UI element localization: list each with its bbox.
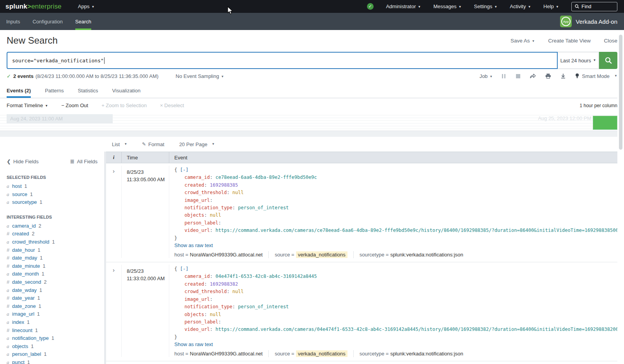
json-value[interactable]: null — [210, 312, 221, 317]
timeline-bar[interactable] — [593, 116, 617, 130]
administrator-menu[interactable]: Administrator▼ — [386, 4, 421, 9]
field-item-date_second[interactable]: #date_second2 — [7, 278, 106, 286]
field-item-notification_type[interactable]: anotification_type1 — [7, 334, 106, 343]
field-item-date_month[interactable]: adate_month1 — [7, 270, 106, 278]
search-query-input[interactable]: source="verkada_notifications" — [7, 52, 558, 69]
field-item-date_year[interactable]: #date_year1 — [7, 294, 106, 302]
page-scrollbar[interactable] — [617, 30, 624, 364]
field-link[interactable]: host — [12, 183, 22, 189]
field-item-linecount[interactable]: #linecount1 — [7, 327, 106, 335]
json-value[interactable]: null — [232, 289, 244, 294]
tab-statistics[interactable]: Statistics — [78, 83, 98, 98]
field-item-date_zone[interactable]: #date_zone1 — [7, 302, 106, 311]
list-view-menu[interactable]: List▼ — [112, 141, 127, 147]
export-download-icon[interactable] — [560, 73, 566, 79]
search-mode-menu[interactable]: Smart Mode▼ — [575, 73, 617, 79]
field-link[interactable]: date_wday — [12, 287, 37, 293]
per-page-menu[interactable]: 20 Per Page▼ — [179, 141, 214, 147]
app-identity[interactable]: App Verkada Add-on — [560, 16, 617, 27]
json-value[interactable]: 1692988382 — [210, 281, 238, 287]
expand-event-icon[interactable]: › — [113, 267, 115, 273]
share-icon[interactable] — [530, 73, 536, 79]
tab-patterns[interactable]: Patterns — [45, 83, 64, 98]
tab-configuration[interactable]: Configuration — [32, 13, 62, 30]
field-link[interactable]: date_mday — [12, 255, 37, 261]
field-link[interactable]: date_hour — [12, 247, 35, 253]
collapse-json-link[interactable]: [-] — [180, 167, 188, 173]
activity-menu[interactable]: Activity▼ — [510, 4, 531, 9]
sidebar-scrollbar[interactable] — [104, 152, 106, 364]
field-item-created[interactable]: #created2 — [7, 230, 106, 238]
field-link[interactable]: date_second — [12, 279, 41, 285]
field-link[interactable]: linecount — [12, 327, 32, 333]
json-value[interactable]: person_of_interest — [238, 205, 289, 210]
zoom-out-button[interactable]: − Zoom Out — [61, 102, 88, 108]
hide-fields-button[interactable]: ❮Hide Fields — [7, 159, 39, 164]
show-raw-text-link[interactable]: Show as raw text — [174, 242, 213, 248]
field-link[interactable]: image_url — [12, 311, 34, 317]
timeline-histogram[interactable]: Aug 24, 2023 11:00 AM Aug 25, 2023 12:00… — [0, 113, 624, 131]
field-item-person_label[interactable]: aperson_label1 — [7, 350, 106, 359]
tab-events[interactable]: Events (2) — [7, 83, 31, 98]
field-item-camera_id[interactable]: acamera_id2 — [7, 222, 106, 230]
json-value[interactable]: 1692988385 — [210, 182, 238, 188]
field-link[interactable]: objects — [12, 343, 28, 349]
expand-event-icon[interactable]: › — [113, 168, 115, 174]
field-item-date_wday[interactable]: adate_wday1 — [7, 286, 106, 295]
field-link[interactable]: notification_type — [12, 335, 49, 341]
json-value[interactable]: null — [232, 190, 244, 195]
field-item-sourcetype[interactable]: asourcetype1 — [7, 198, 106, 207]
field-link[interactable]: index — [12, 319, 24, 325]
scrollbar-thumb[interactable] — [619, 35, 622, 150]
show-raw-text-link[interactable]: Show as raw text — [174, 341, 213, 347]
event-field-source[interactable]: source =verkada_notifications — [275, 351, 347, 357]
format-timeline-menu[interactable]: Format Timeline▼ — [7, 102, 48, 108]
stop-job-icon[interactable] — [516, 74, 520, 78]
save-as-button[interactable]: Save As▼ — [511, 38, 535, 44]
field-link[interactable]: date_year — [12, 295, 35, 301]
field-link[interactable]: date_minute — [12, 263, 40, 269]
field-link[interactable]: camera_id — [12, 223, 36, 229]
field-link[interactable]: source — [12, 191, 27, 197]
apps-menu[interactable]: Apps▼ — [78, 4, 95, 9]
time-range-picker[interactable]: Last 24 hours▼ — [558, 52, 599, 69]
close-button[interactable]: Close — [604, 38, 617, 44]
json-value[interactable]: ce78eead-6aa6-4dba-89e2-fffe9bd50e9c — [215, 175, 317, 180]
field-link[interactable]: created — [12, 231, 29, 237]
field-link[interactable]: date_zone — [12, 303, 36, 309]
messages-menu[interactable]: Messages▼ — [433, 4, 461, 9]
json-value[interactable]: 04e474f1-6533-42c8-ab4c-3169142a8445 — [215, 274, 317, 279]
field-link[interactable]: punct — [12, 359, 25, 364]
field-link[interactable]: crowd_threshold — [12, 239, 49, 245]
help-menu[interactable]: Help▼ — [543, 4, 559, 9]
field-link[interactable]: date_month — [12, 271, 39, 277]
event-time[interactable]: 8/25/2311:33:02.000 AM — [122, 265, 169, 357]
event-field-host[interactable]: host =NoraWanGH99339G.attlocal.net — [174, 252, 262, 258]
find-search-input[interactable]: Find — [571, 2, 617, 11]
field-item-date_hour[interactable]: #date_hour1 — [7, 246, 106, 254]
event-field-sourcetype[interactable]: sourcetype =splunk:verkada:notifications… — [360, 351, 463, 357]
field-item-index[interactable]: aindex1 — [7, 318, 106, 327]
field-item-source[interactable]: asource1 — [7, 191, 106, 199]
json-value[interactable]: https://command.verkada.com/cameras/ce78… — [215, 228, 621, 233]
event-field-host[interactable]: host =NoraWanGH99339G.attlocal.net — [174, 351, 262, 357]
json-value[interactable]: null — [210, 212, 221, 218]
field-item-punct[interactable]: apunct1 — [7, 359, 106, 364]
tab-visualization[interactable]: Visualization — [112, 83, 141, 98]
json-value[interactable]: person_of_interest — [238, 304, 289, 309]
json-value[interactable]: https://command.verkada.com/cameras/04e4… — [215, 327, 621, 332]
format-menu[interactable]: ✎Format — [142, 141, 164, 147]
event-field-source[interactable]: source =verkada_notifications — [275, 252, 347, 258]
settings-menu[interactable]: Settings▼ — [474, 4, 497, 9]
event-field-sourcetype[interactable]: sourcetype =splunk:verkada:notifications… — [360, 252, 463, 258]
field-item-objects[interactable]: aobjects1 — [7, 343, 106, 351]
search-button[interactable] — [599, 52, 617, 69]
field-item-host[interactable]: ahost1 — [7, 182, 106, 191]
field-item-image_url[interactable]: aimage_url1 — [7, 310, 106, 318]
print-icon[interactable] — [545, 73, 551, 79]
field-link[interactable]: person_label — [12, 351, 41, 357]
event-time[interactable]: 8/25/2311:33:05.000 AM — [122, 166, 169, 258]
tab-inputs[interactable]: Inputs — [6, 13, 20, 30]
tab-search[interactable]: Search — [75, 13, 91, 30]
collapse-json-link[interactable]: [-] — [180, 266, 188, 272]
